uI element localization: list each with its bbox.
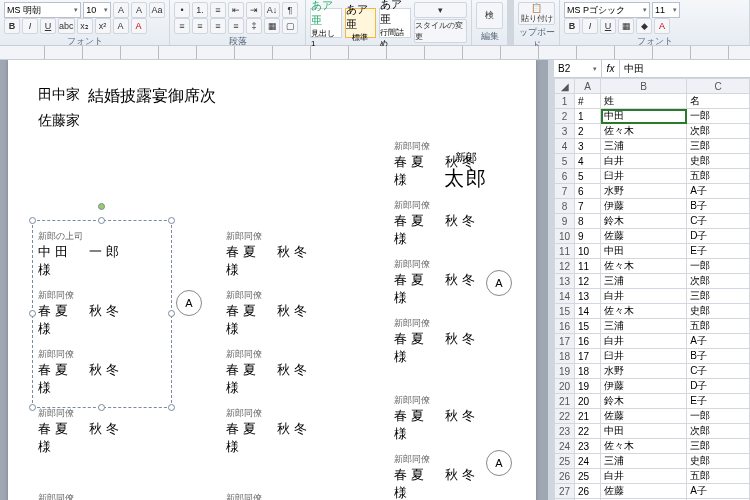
cell[interactable]: 五郎 [687, 319, 750, 334]
row-header[interactable]: 7 [555, 184, 575, 199]
find-button[interactable]: 検 [476, 2, 503, 29]
cell[interactable]: 15 [575, 319, 601, 334]
cell[interactable]: 水野 [601, 184, 687, 199]
style-heading1[interactable]: あア亜見出し 1 [310, 8, 342, 38]
font-color-button[interactable]: A [131, 18, 147, 34]
cell[interactable]: 臼井 [601, 169, 687, 184]
cell[interactable]: 1 [575, 109, 601, 124]
cell[interactable]: 鈴木 [601, 214, 687, 229]
cell[interactable]: 史郎 [687, 154, 750, 169]
cell[interactable]: 三浦 [601, 319, 687, 334]
cell[interactable]: 伊藤 [601, 379, 687, 394]
resize-handle-sw[interactable] [29, 404, 36, 411]
cell[interactable]: 史郎 [687, 304, 750, 319]
cell[interactable]: E子 [687, 394, 750, 409]
cell[interactable]: D子 [687, 229, 750, 244]
xl-italic-button[interactable]: I [582, 18, 598, 34]
cell[interactable]: 一郎 [687, 109, 750, 124]
row-header[interactable]: 18 [555, 349, 575, 364]
select-all-cell[interactable]: ◢ [555, 79, 575, 94]
cell[interactable]: A子 [687, 184, 750, 199]
cell[interactable]: 中田 [601, 424, 687, 439]
shading-button[interactable]: ▦ [264, 18, 280, 34]
underline-button[interactable]: U [40, 18, 56, 34]
cell[interactable]: 白井 [601, 289, 687, 304]
cell[interactable]: 伊藤 [601, 199, 687, 214]
cell[interactable]: 22 [575, 424, 601, 439]
row-header[interactable]: 2 [555, 109, 575, 124]
xl-fill-button[interactable]: ◆ [636, 18, 652, 34]
row-header[interactable]: 21 [555, 394, 575, 409]
style-nogap[interactable]: あア亜行間詰め [379, 8, 411, 38]
shrink-font-button[interactable]: A [131, 2, 147, 18]
cell[interactable]: 6 [575, 184, 601, 199]
row-header[interactable]: 1 [555, 94, 575, 109]
indent-dec-button[interactable]: ⇤ [228, 2, 244, 18]
xl-border-button[interactable]: ▦ [618, 18, 634, 34]
line-spacing-button[interactable]: ‡ [246, 18, 262, 34]
xl-font-size-select[interactable]: 11▾ [652, 2, 680, 18]
row-header[interactable]: 6 [555, 169, 575, 184]
row-header[interactable]: 19 [555, 364, 575, 379]
row-header[interactable]: 10 [555, 229, 575, 244]
cell[interactable]: 一郎 [687, 259, 750, 274]
cell[interactable]: 三浦 [601, 139, 687, 154]
align-left-button[interactable]: ≡ [174, 18, 190, 34]
show-marks-button[interactable]: ¶ [282, 2, 298, 18]
row-header[interactable]: 3 [555, 124, 575, 139]
clear-format-button[interactable]: Aa [149, 2, 165, 18]
cell[interactable]: 次郎 [687, 124, 750, 139]
row-header[interactable]: 20 [555, 379, 575, 394]
cell[interactable]: 佐々木 [601, 304, 687, 319]
row-header[interactable]: 4 [555, 139, 575, 154]
cell[interactable]: 11 [575, 259, 601, 274]
xl-underline-button[interactable]: U [600, 18, 616, 34]
cell[interactable]: 五郎 [687, 169, 750, 184]
cell[interactable]: 12 [575, 274, 601, 289]
cell[interactable]: D子 [687, 379, 750, 394]
cell[interactable]: 2 [575, 124, 601, 139]
col-header-c[interactable]: C [687, 79, 750, 94]
row-header[interactable]: 25 [555, 454, 575, 469]
cell[interactable]: A子 [687, 334, 750, 349]
cell[interactable]: A子 [687, 484, 750, 499]
cell[interactable]: 三郎 [687, 139, 750, 154]
col-header-a[interactable]: A [575, 79, 601, 94]
rotate-handle[interactable] [98, 203, 105, 210]
cell[interactable]: 白井 [601, 469, 687, 484]
bold-button[interactable]: B [4, 18, 20, 34]
resize-handle-ne[interactable] [168, 217, 175, 224]
cell[interactable]: 24 [575, 454, 601, 469]
cell[interactable]: 白井 [601, 334, 687, 349]
row-header[interactable]: 14 [555, 289, 575, 304]
styles-more-button[interactable]: ▾ [414, 2, 467, 18]
font-name-select[interactable]: MS 明朝▾ [4, 2, 81, 18]
cell[interactable]: 三郎 [687, 439, 750, 454]
cell[interactable]: C子 [687, 214, 750, 229]
cell[interactable]: 7 [575, 199, 601, 214]
row-header[interactable]: 24 [555, 439, 575, 454]
cell[interactable]: 佐々木 [601, 439, 687, 454]
cell[interactable]: 25 [575, 469, 601, 484]
row-header[interactable]: 23 [555, 424, 575, 439]
cell[interactable]: 五郎 [687, 469, 750, 484]
row-header[interactable]: 26 [555, 469, 575, 484]
row-header[interactable]: 13 [555, 274, 575, 289]
cell[interactable]: 佐々木 [601, 124, 687, 139]
cell[interactable]: 三郎 [687, 289, 750, 304]
cell[interactable]: 次郎 [687, 424, 750, 439]
cell[interactable]: 姓 [601, 94, 687, 109]
cell[interactable]: E子 [687, 244, 750, 259]
cell[interactable]: 3 [575, 139, 601, 154]
resize-handle-w[interactable] [29, 310, 36, 317]
cell[interactable]: 26 [575, 484, 601, 499]
row-header[interactable]: 17 [555, 334, 575, 349]
cell[interactable]: 19 [575, 379, 601, 394]
cell[interactable]: B子 [687, 199, 750, 214]
row-header[interactable]: 5 [555, 154, 575, 169]
excel-grid[interactable]: ◢ A B C 1#姓名21中田一郎32佐々木次郎43三浦三郎54白井史郎65臼… [554, 78, 750, 500]
row-header[interactable]: 8 [555, 199, 575, 214]
bullets-button[interactable]: • [174, 2, 190, 18]
xl-bold-button[interactable]: B [564, 18, 580, 34]
numbering-button[interactable]: 1. [192, 2, 208, 18]
